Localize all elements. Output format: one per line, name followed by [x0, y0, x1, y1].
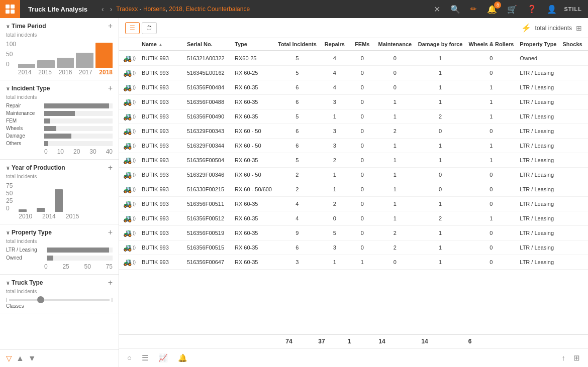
table-row[interactable]: 🚜 )) BUTIK 993 516356F00647 RX 60-35 3 1… [119, 255, 588, 270]
table-row[interactable]: 🚜 )) BUTIK 993 516356F00511 RX 60-35 4 2… [119, 197, 588, 211]
search-button[interactable]: 🔍 [447, 4, 463, 15]
lightning-button[interactable]: ⚡ [521, 23, 531, 33]
cell-property: LTR / Leasing [517, 226, 559, 240]
table-row[interactable]: 🚜 )) BUTIK 993 516345E00162 RX 60-25 5 4… [119, 66, 588, 80]
col-header-wheels[interactable]: Wheels & Rollers [465, 38, 517, 51]
incident-axis-20: 20 [73, 148, 80, 155]
col-header-damage[interactable]: Damage by force [415, 38, 466, 51]
col-header-property[interactable]: Property Type [517, 38, 559, 51]
edit-button[interactable]: ✏ [467, 4, 480, 15]
table-row[interactable]: 🚜 )) BUTIK 993 516356F00504 RX 60-35 5 2… [119, 153, 588, 168]
table-row[interactable]: 🚜 )) BUTIK 993 516356F00484 RX 60-35 6 4… [119, 80, 588, 95]
column-config-button[interactable]: ⊞ [576, 24, 582, 32]
table-row[interactable]: 🚜 )) BUTIK 993 516329F00344 RX 60 - 50 6… [119, 139, 588, 153]
sort-up-button[interactable]: ▲ [16, 354, 24, 363]
col-header-repairs[interactable]: Repairs [320, 38, 350, 51]
row-expand-button[interactable]: › [585, 226, 588, 240]
help-button[interactable]: ❓ [524, 4, 540, 15]
truck-forklift-icon: 🚜 [123, 243, 132, 252]
cell-damage: 1 [415, 139, 466, 153]
time-bar-2015[interactable] [37, 60, 54, 68]
table-row[interactable]: 🚜 )) BUTIK 993 516356F00515 RX 60-35 6 3… [119, 240, 588, 255]
main-layout: ∨ Time Period + total incidents 100 50 0 [0, 18, 588, 367]
nav-next-button[interactable]: › [108, 5, 115, 13]
row-expand-button[interactable]: › [585, 80, 588, 95]
truck-icon-wrap: 🚜 )) [123, 229, 136, 237]
year-production-add-button[interactable]: + [108, 164, 113, 172]
bottom-circle-button[interactable]: ○ [125, 351, 134, 364]
wifi-signal-icon: )) [133, 187, 136, 192]
user-button[interactable]: 👤 [544, 4, 560, 15]
cell-serial: 516330F00215 [184, 182, 232, 197]
time-period-add-button[interactable]: + [108, 22, 113, 30]
table-row[interactable]: 🚜 )) BUTIK 993 516321A00322 RX60-25 5 4 … [119, 51, 588, 66]
property-type-add-button[interactable]: + [108, 228, 113, 236]
cell-fems: 0 [350, 95, 375, 109]
row-expand-button[interactable]: › [585, 182, 588, 197]
cell-name: BUTIK 993 [139, 124, 184, 139]
col-header-shocks[interactable]: Shocks [559, 38, 585, 51]
timeline-view-button[interactable]: ⏱ [142, 22, 157, 34]
row-expand-button[interactable]: › [585, 66, 588, 80]
cell-fems: 0 [350, 168, 375, 182]
list-view-button[interactable]: ☰ [125, 22, 140, 34]
cell-shocks [559, 109, 585, 124]
table-row[interactable]: 🚜 )) BUTIK 993 516356F00512 RX 60-35 4 0… [119, 211, 588, 226]
grid-settings-button[interactable]: ⊞ [571, 351, 582, 364]
table-row[interactable]: 🚜 )) BUTIK 993 516329F00346 RX 60 - 50 2… [119, 168, 588, 182]
bottom-alert-button[interactable]: 🔔 [176, 351, 189, 364]
notification-count: 8 [494, 2, 501, 9]
row-expand-button[interactable]: › [585, 240, 588, 255]
table-row[interactable]: 🚜 )) BUTIK 993 516356F00519 RX 60-35 9 5… [119, 226, 588, 240]
table-row[interactable]: 🚜 )) BUTIK 993 516330F00215 RX 60 - 50/6… [119, 182, 588, 197]
row-expand-button[interactable]: › [585, 211, 588, 226]
cell-wheels: 1 [465, 95, 517, 109]
wifi-signal-icon: )) [133, 260, 136, 265]
col-header-name[interactable]: Name ▲ [139, 38, 184, 51]
cart-button[interactable]: 🛒 [504, 4, 520, 15]
cell-repairs: 4 [320, 66, 350, 80]
property-type-header[interactable]: ∨ Property Type + [6, 228, 113, 236]
sort-down-button[interactable]: ▼ [28, 354, 36, 363]
nav-prev-button[interactable]: ‹ [100, 5, 106, 13]
row-expand-button[interactable]: › [585, 124, 588, 139]
col-header-fems[interactable]: FEMs [350, 38, 375, 51]
time-bar-2016[interactable] [57, 58, 74, 68]
close-button[interactable]: ✕ [431, 4, 443, 15]
table-row[interactable]: 🚜 )) BUTIK 993 516329F00343 RX 60 - 50 6… [119, 124, 588, 139]
truck-icon-wrap: 🚜 )) [123, 171, 136, 179]
row-expand-button[interactable]: › [585, 153, 588, 168]
year-production-header[interactable]: ∨ Year of Production + [6, 164, 113, 172]
cell-fems: 0 [350, 139, 375, 153]
time-bar-2017[interactable] [76, 53, 93, 68]
incident-type-add-button[interactable]: + [108, 84, 113, 92]
row-expand-button[interactable]: › [585, 109, 588, 124]
truck-type-add-button[interactable]: + [108, 279, 113, 287]
bottom-chart-button[interactable]: 📈 [156, 351, 170, 364]
export-button[interactable]: ↑ [560, 351, 568, 364]
row-expand-button[interactable]: › [585, 95, 588, 109]
cell-type: RX 60-35 [232, 240, 275, 255]
row-expand-button[interactable]: › [585, 197, 588, 211]
truck-type-header[interactable]: ∨ Truck Type + [6, 279, 113, 287]
filter-button[interactable]: ▽ [6, 354, 12, 363]
bottom-list-button[interactable]: ☰ [140, 351, 150, 364]
row-expand-button[interactable]: › [585, 139, 588, 153]
cell-repairs: 4 [320, 80, 350, 95]
col-header-total[interactable]: Total Incidents [275, 38, 320, 51]
table-row[interactable]: 🚜 )) BUTIK 993 516356F00490 RX 60-35 5 1… [119, 109, 588, 124]
incident-type-header[interactable]: ∨ Incident Type + [6, 84, 113, 92]
row-expand-button[interactable]: › [585, 51, 588, 66]
col-header-type[interactable]: Type [232, 38, 275, 51]
yp-axis-75: 75 [6, 182, 13, 189]
row-expand-button[interactable]: › [585, 168, 588, 182]
col-header-maintenance[interactable]: Maintenance [375, 38, 415, 51]
truck-type-slider[interactable] [9, 299, 109, 301]
row-expand-button[interactable]: › [585, 255, 588, 270]
time-bar-2018[interactable] [95, 43, 113, 68]
table-row[interactable]: 🚜 )) BUTIK 993 516356F00488 RX 60-35 6 3… [119, 95, 588, 109]
col-header-serial[interactable]: Serial No. [184, 38, 232, 51]
cell-property: LTR / Leasing [517, 95, 559, 109]
time-period-header[interactable]: ∨ Time Period + [6, 22, 113, 30]
time-bar-2014[interactable] [18, 64, 35, 68]
